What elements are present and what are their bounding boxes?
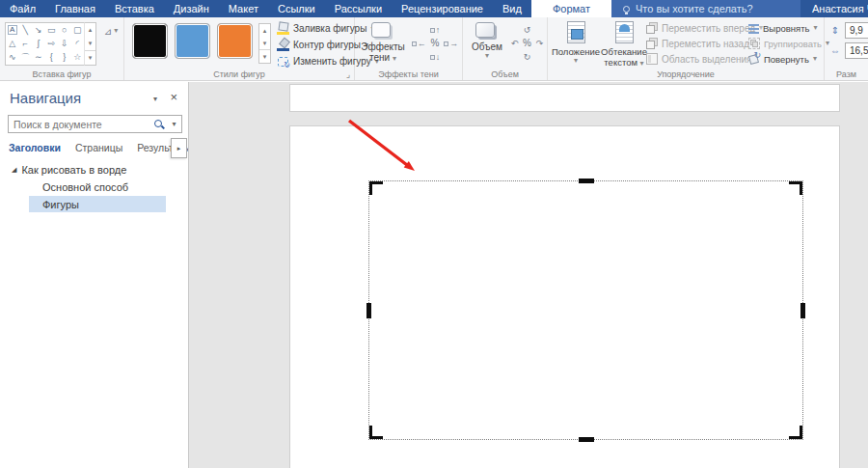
resize-handle-left[interactable] xyxy=(366,303,371,318)
send-backward-label: Переместить назад xyxy=(662,39,749,49)
styles-more-button[interactable]: ▾ xyxy=(259,49,270,63)
resize-handle-top-right[interactable] xyxy=(789,181,802,195)
shape-style-swatches xyxy=(132,23,253,59)
resize-handle-bottom[interactable] xyxy=(579,437,594,442)
gallery-scroll-down-button[interactable]: ▾ xyxy=(85,37,95,50)
wrap-text-button[interactable]: Обтекание текстом ▾ xyxy=(603,20,645,68)
height-field-row: ⇕ 9,9 xyxy=(828,22,868,39)
send-backward-button-disabled[interactable]: Переместить назад ▾ xyxy=(646,38,763,49)
rotate-button[interactable]: Повернуть ▾ xyxy=(748,53,829,65)
drawing-canvas-selection[interactable] xyxy=(368,180,803,440)
navigation-pane: Навигация ▾ × Поиск в документе ▾ Заголо… xyxy=(0,82,189,468)
search-icon[interactable] xyxy=(151,117,167,132)
chevron-down-icon: ▾ xyxy=(574,57,578,65)
edit-shape-button[interactable]: ⊿ ▾ xyxy=(100,22,122,40)
menu-tab-home[interactable]: Главная xyxy=(45,0,105,17)
shape-scribble-icon[interactable]: ∿ xyxy=(6,51,19,65)
tilt-right-button[interactable]: ↷ xyxy=(533,37,546,50)
shadow-effects-button[interactable]: Эффекты тени ▾ xyxy=(360,20,406,63)
tree-expand-icon[interactable]: ◢ xyxy=(12,166,16,173)
close-icon[interactable]: × xyxy=(170,91,177,103)
nudge-shadow-left-button[interactable]: ← xyxy=(411,37,427,50)
align-icon xyxy=(748,24,759,34)
shape-curved-connector-icon[interactable]: ʃ xyxy=(32,37,45,50)
menu-tab-view[interactable]: Вид xyxy=(493,0,531,17)
search-options-dropdown-icon[interactable]: ▾ xyxy=(167,120,181,128)
document-page-above[interactable] xyxy=(289,84,840,112)
tab-headings[interactable]: Заголовки xyxy=(9,142,61,153)
menu-tab-references[interactable]: Ссылки xyxy=(268,0,325,17)
menu-tab-insert[interactable]: Вставка xyxy=(105,0,164,17)
shape-corner-shape-icon[interactable]: ◜ xyxy=(71,37,85,50)
styles-scroll-down-button[interactable]: ▾ xyxy=(259,37,270,49)
pane-options-dropdown-icon[interactable]: ▾ xyxy=(153,95,157,103)
lightbulb-icon xyxy=(623,6,630,13)
align-label: Выровнять xyxy=(763,23,809,34)
nudge-shadow-right-button[interactable]: → xyxy=(443,37,459,50)
shape-arc-icon[interactable]: ⌒ xyxy=(19,51,33,65)
toggle-shadow-button[interactable]: % xyxy=(427,37,444,50)
align-button[interactable]: Выровнять ▾ xyxy=(748,22,829,34)
shape-width-input[interactable]: 16,5 xyxy=(845,42,868,59)
shape-right-brace-icon[interactable]: } xyxy=(58,51,71,65)
tilt-down-button[interactable]: ↻ xyxy=(521,50,533,64)
shape-elbow-connector-icon[interactable]: ⌐ xyxy=(19,37,33,50)
shape-left-brace-icon[interactable]: { xyxy=(45,51,59,65)
account-name[interactable]: Анастасия Чернышова xyxy=(800,0,868,17)
menu-tab-review[interactable]: Рецензирование xyxy=(392,0,493,17)
tabs-overflow-button[interactable]: ▸ xyxy=(171,138,187,158)
chevron-down-icon: ▾ xyxy=(114,27,118,35)
toggle-3d-button[interactable]: % xyxy=(521,37,533,50)
change-shape-icon xyxy=(277,55,289,68)
bring-forward-button-disabled[interactable]: Переместить вперед ▾ xyxy=(646,22,763,34)
shape-rectangle-icon[interactable]: ▭ xyxy=(45,23,59,37)
resize-handle-top[interactable] xyxy=(579,179,594,183)
style-swatch-2[interactable] xyxy=(175,23,210,59)
menu-tab-design[interactable]: Дизайн xyxy=(164,0,219,17)
tell-me-box[interactable]: Что вы хотите сделать? xyxy=(611,0,800,17)
account-name-label: Анастасия Чернышова xyxy=(812,3,868,14)
gallery-more-button[interactable]: ▾ xyxy=(85,50,95,65)
group-button-disabled[interactable]: Группировать ▾ xyxy=(748,38,829,49)
resize-handle-bottom-left[interactable] xyxy=(369,426,383,439)
shape-oval-icon[interactable]: ○ xyxy=(58,23,71,37)
shape-triangle-icon[interactable]: △ xyxy=(6,37,19,50)
width-field-row: ⇔ 16,5 xyxy=(828,42,868,59)
resize-handle-bottom-right[interactable] xyxy=(789,426,802,439)
shape-textbox-icon[interactable]: A xyxy=(8,25,17,35)
shape-rounded-rectangle-icon[interactable]: ▢ xyxy=(71,23,85,37)
nav-tree-item[interactable]: ◢Как рисовать в ворде xyxy=(0,161,188,178)
shape-right-arrow-shape-icon[interactable]: ⇨ xyxy=(45,37,59,50)
shape-star-icon[interactable]: ☆ xyxy=(71,51,85,65)
search-placeholder: Поиск в документе xyxy=(9,119,151,130)
shape-arrow-icon[interactable]: ↘ xyxy=(32,23,45,37)
navigation-pane-title: Навигация xyxy=(10,90,81,106)
shape-curve-icon[interactable]: ∼ xyxy=(32,51,45,65)
tilt-up-button[interactable]: ↺ xyxy=(521,23,533,37)
position-button[interactable]: Положение ▾ xyxy=(550,20,602,65)
shape-height-input[interactable]: 9,9 xyxy=(845,22,868,39)
style-swatch-1[interactable] xyxy=(132,23,168,59)
menu-tab-mailings[interactable]: Рассылки xyxy=(325,0,392,17)
order-buttons-stack: Переместить вперед ▾ Переместить назад ▾… xyxy=(646,22,763,65)
selection-pane-button-disabled[interactable]: Область выделения xyxy=(646,53,763,65)
resize-handle-right[interactable] xyxy=(800,303,805,318)
menu-tab-file[interactable]: Файл xyxy=(0,0,45,17)
shape-line-icon[interactable]: ╲ xyxy=(19,23,33,37)
nudge-shadow-up-button[interactable]: ↑ xyxy=(427,23,444,37)
style-swatch-3[interactable] xyxy=(217,23,253,59)
gallery-scroll-up-button[interactable]: ▴ xyxy=(85,23,95,37)
document-page[interactable] xyxy=(289,125,840,468)
nav-tree-item[interactable]: Фигуры xyxy=(29,196,166,212)
nudge-shadow-down-button[interactable]: ↓ xyxy=(427,50,444,64)
menu-tab-layout[interactable]: Макет xyxy=(219,0,268,17)
nav-tree-item[interactable]: Основной способ xyxy=(29,179,166,195)
volume-button[interactable]: Объем ▾ xyxy=(467,20,507,60)
tilt-left-button[interactable]: ↶ xyxy=(508,37,521,50)
menu-tab-format-active[interactable]: Формат xyxy=(531,0,611,17)
resize-handle-top-left[interactable] xyxy=(369,181,383,195)
tab-pages[interactable]: Страницы xyxy=(75,142,122,153)
shape-down-arrow-shape-icon[interactable]: ⇩ xyxy=(58,37,71,50)
document-search-input[interactable]: Поиск в документе ▾ xyxy=(8,115,182,133)
styles-scroll-up-button[interactable]: ▴ xyxy=(259,24,270,37)
